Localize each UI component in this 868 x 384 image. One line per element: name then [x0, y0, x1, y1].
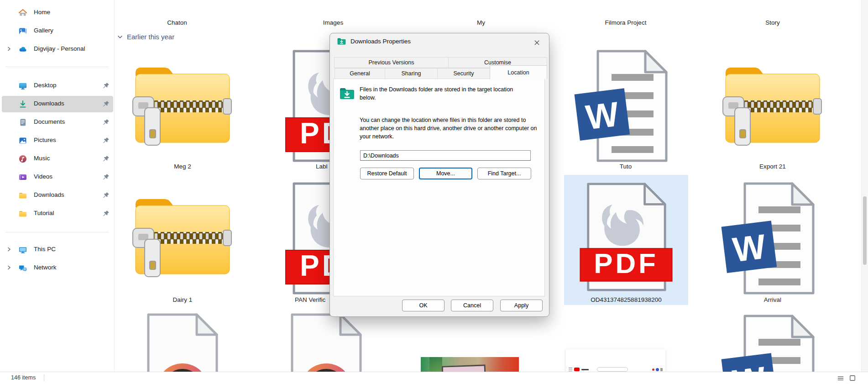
pin-icon [103, 82, 110, 89]
group-header-earlier-this-year[interactable]: Earlier this year [117, 33, 174, 41]
file-label: Arrival [709, 296, 837, 303]
find-target-button[interactable]: Find Target... [477, 168, 531, 179]
sidebar-item-home[interactable]: Home [2, 5, 113, 21]
sidebar-item-label: Network [34, 264, 57, 271]
sidebar-item-videos[interactable]: Videos [2, 169, 113, 185]
location-intro-text: Files in the Downloads folder are stored… [360, 86, 517, 102]
pdf-file-icon: PDF [580, 182, 672, 292]
word-file-icon: W [729, 182, 816, 295]
sidebar-item-label: Videos [34, 173, 52, 180]
sidebar-item-this-pc[interactable]: This PC [2, 242, 113, 258]
pin-icon [103, 174, 110, 180]
file-label: Meg 2 [119, 163, 246, 170]
word-file-icon: W [582, 49, 669, 163]
sidebar-item-downloads[interactable]: Downloads [2, 96, 113, 112]
chevron-right-icon[interactable] [6, 247, 12, 252]
downloads-folder-icon [337, 37, 346, 45]
sidebar-item-label: Pictures [34, 137, 56, 143]
sidebar-item-music[interactable]: Music [2, 151, 113, 167]
scrollbar-thumb[interactable] [863, 196, 867, 265]
cancel-button[interactable]: Cancel [451, 300, 493, 311]
word-badge-text: W [731, 227, 768, 269]
location-description-text: You can change the location where files … [360, 116, 541, 141]
sidebar-item-pictures[interactable]: Pictures [2, 132, 113, 149]
pin-icon [103, 100, 110, 107]
ok-button[interactable]: OK [402, 300, 444, 311]
status-separator [44, 374, 44, 381]
tab-previous-versions[interactable]: Previous Versions [334, 57, 449, 68]
location-tab-panel: Files in the Downloads folder are stored… [333, 79, 545, 296]
file-item-tuto[interactable]: W Tuto [562, 46, 690, 176]
location-input[interactable] [360, 150, 531, 161]
network-icon [18, 263, 27, 273]
details-view-icon[interactable] [836, 374, 845, 382]
vertical-scrollbar[interactable] [861, 0, 868, 372]
documents-icon [18, 118, 27, 127]
chevron-down-icon [117, 34, 123, 40]
downloads-folder-icon [340, 87, 355, 100]
tab-location[interactable]: Location [490, 65, 547, 79]
file-item-dairy1[interactable]: Dairy 1 [119, 176, 246, 306]
sidebar-item-label: Desktop [34, 82, 57, 89]
videos-icon [18, 173, 27, 182]
file-label-chaton[interactable]: Chaton [113, 19, 241, 26]
notification-dot [652, 368, 654, 371]
file-item-meg2[interactable]: Meg 2 [119, 46, 246, 176]
sidebar-item-tutorial[interactable]: Tutorial [2, 205, 113, 222]
sidebar-separator [5, 232, 109, 232]
avatar-icon [656, 368, 659, 371]
pictures-icon [18, 136, 27, 145]
tab-sharing[interactable]: Sharing [385, 68, 438, 79]
hamburger-icon [569, 368, 572, 371]
sidebar: Home Gallery Digvijay - Personal Desktop [0, 0, 115, 372]
sidebar-item-onedrive[interactable]: Digvijay - Personal [2, 41, 113, 58]
restore-default-button[interactable]: Restore Default [360, 168, 414, 179]
apply-button[interactable]: Apply [500, 300, 543, 311]
large-icons-view-icon[interactable] [848, 374, 857, 382]
file-item-od-selected[interactable]: PDF OD431374825881938200 [564, 175, 688, 305]
sidebar-separator [5, 67, 109, 67]
sidebar-item-downloads-folder[interactable]: Downloads [2, 187, 113, 204]
file-label-my[interactable]: My [417, 19, 545, 26]
sidebar-item-documents[interactable]: Documents [2, 114, 113, 131]
sidebar-item-label: Gallery [34, 27, 53, 34]
word-badge-text: W [584, 95, 621, 137]
misc-icon [660, 368, 663, 371]
zip-folder-icon [132, 60, 233, 145]
dialog-titlebar: Downloads Properties [330, 33, 549, 49]
sidebar-item-network[interactable]: Network [2, 260, 113, 276]
sidebar-item-label: Downloads [34, 100, 64, 107]
file-label: Dairy 1 [119, 296, 246, 303]
folder-icon [18, 209, 27, 218]
downloads-properties-dialog: Downloads Properties Previous Versions C… [329, 33, 549, 317]
file-label-filmora[interactable]: Filmora Project [562, 19, 690, 26]
sidebar-item-label: Tutorial [34, 210, 54, 216]
pin-icon [103, 210, 110, 217]
group-header-label: Earlier this year [127, 33, 174, 41]
sidebar-item-label: Documents [34, 118, 65, 125]
youtube-logo-text [581, 369, 589, 370]
file-item-arrival[interactable]: W Arrival [709, 176, 837, 306]
sidebar-item-label: Downloads [34, 191, 64, 198]
music-icon [18, 154, 27, 163]
file-item-export21[interactable]: Export 21 [709, 46, 837, 176]
onedrive-icon [18, 45, 27, 54]
tab-general[interactable]: General [335, 68, 385, 79]
file-label-images[interactable]: Images [269, 19, 397, 26]
chevron-right-icon[interactable] [6, 265, 12, 270]
pin-icon [103, 192, 110, 199]
close-button[interactable] [530, 37, 544, 48]
folder-icon [18, 191, 27, 200]
sidebar-item-desktop[interactable]: Desktop [2, 78, 113, 94]
file-label: Tuto [562, 163, 690, 170]
move-button[interactable]: Move... [419, 168, 472, 179]
header-icons [652, 368, 663, 371]
item-count: 146 items [11, 374, 36, 381]
zip-folder-icon [722, 60, 823, 145]
chevron-right-icon[interactable] [6, 46, 12, 52]
file-label: OD431374825881938200 [564, 296, 688, 303]
file-label-story[interactable]: Story [709, 19, 837, 26]
sidebar-item-gallery[interactable]: Gallery [2, 23, 113, 39]
tab-security[interactable]: Security [437, 68, 490, 79]
search-pill [597, 367, 628, 372]
